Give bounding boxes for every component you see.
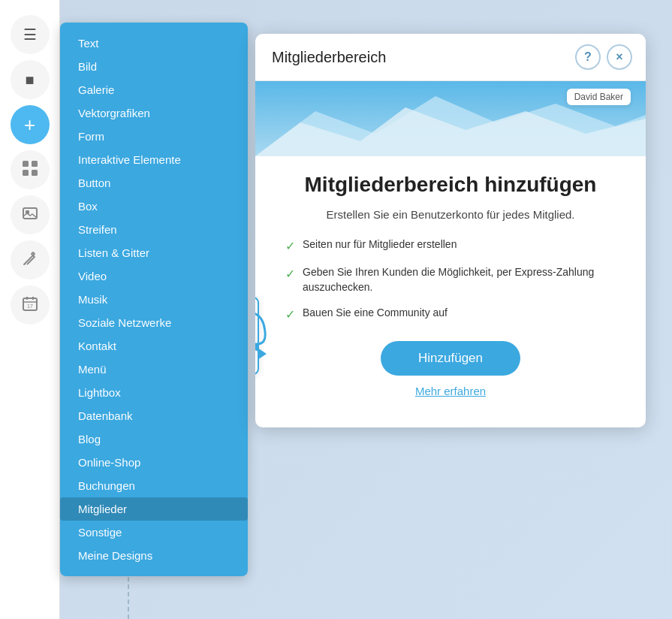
menu-item-button[interactable]: Button [60,171,248,195]
add-button[interactable]: Hinzufügen [381,341,520,376]
feature-item-1: ✓ Seiten nur für Mitglieder erstellen [285,237,616,255]
menu-item-streifen[interactable]: Streifen [60,218,248,241]
apps-icon-btn[interactable] [11,150,50,189]
menu-item-datenbank[interactable]: Datenbank [60,404,248,427]
menu-item-lightbox[interactable]: Lightbox [60,381,248,404]
menu-item-menue[interactable]: Menü [60,358,248,381]
modal-header-actions: ? × [575,44,632,70]
svg-rect-1 [32,161,38,167]
menu-item-sonstige[interactable]: Sonstige [60,521,248,544]
document-icon: ☰ [23,26,37,44]
calendar-icon-btn[interactable]: 17 [11,285,50,325]
menu-item-video[interactable]: Video [60,264,248,288]
svg-rect-0 [23,161,29,167]
svg-rect-4 [23,208,37,219]
menu-item-shop[interactable]: Online-Shop [60,451,248,474]
learn-more-button[interactable]: Mehr erfahren [415,385,486,397]
check-icon-2: ✓ [285,266,295,282]
media-icon-btn[interactable] [11,195,50,234]
feature-item-2: ✓ Geben Sie Ihren Kunden die Möglichkeit… [285,265,616,294]
modal-actions: So wird automatisch ein Mitgliederbereic… [278,341,623,397]
modal-image-user-label: David Baker [567,89,631,105]
menu-item-interaktive[interactable]: Interaktive Elemente [60,148,248,171]
menu-item-form[interactable]: Form [60,125,248,148]
modal-header: Mitgliederbereich ? × [255,34,646,81]
menu-item-blog[interactable]: Blog [60,427,248,451]
menu-item-musik[interactable]: Musik [60,288,248,311]
apps-icon [22,160,38,180]
svg-rect-2 [23,170,29,176]
mitglieder-modal: Mitgliederbereich ? × David Baker Mitgli… [255,34,646,427]
menu-item-designs[interactable]: Meine Designs [60,544,248,567]
menu-item-galerie[interactable]: Galerie [60,78,248,101]
check-icon-3: ✓ [285,306,295,323]
document-icon-btn[interactable]: ☰ [11,15,50,54]
add-element-btn[interactable]: + [11,105,50,144]
menu-item-vektorgrafiken[interactable]: Vektorgrafiken [60,101,248,125]
plus-icon: + [24,113,35,137]
layout-icon-btn[interactable]: ■ [11,60,50,99]
layout-icon: ■ [25,71,34,89]
feature-text-2: Geben Sie Ihren Kunden die Möglichkeit, … [303,265,616,294]
svg-text:17: 17 [27,303,33,309]
svg-rect-3 [32,170,38,176]
check-icon-1: ✓ [285,238,295,255]
menu-item-listen[interactable]: Listen & Gitter [60,241,248,264]
modal-subtitle: Erstellen Sie ein Benutzerkonto für jede… [278,207,623,222]
media-icon [22,205,38,225]
modal-hero-image: David Baker [255,81,646,156]
pen-icon-btn[interactable] [11,240,50,279]
modal-main-heading: Mitgliederbereich hinzufügen [278,171,623,198]
modal-title: Mitgliederbereich [272,49,386,66]
feature-item-3: ✓ Bauen Sie eine Community auf [285,306,616,323]
menu-item-text[interactable]: Text [60,32,248,55]
modal-body: Mitgliederbereich hinzufügen Erstellen S… [255,156,646,405]
menu-item-soziale[interactable]: Soziale Netzwerke [60,311,248,334]
feature-text-3: Bauen Sie eine Community auf [303,306,447,321]
menu-item-bild[interactable]: Bild [60,55,248,78]
menu-item-mitglieder[interactable]: Mitglieder [60,497,248,521]
feature-text-1: Seiten nur für Mitglieder erstellen [303,237,457,252]
feature-list: ✓ Seiten nur für Mitglieder erstellen ✓ … [278,237,623,323]
pen-icon [22,250,38,270]
sidebar-icons-panel: ☰ ■ + [0,0,60,619]
menu-item-kontakt[interactable]: Kontakt [60,334,248,358]
menu-item-buchungen[interactable]: Buchungen [60,474,248,497]
modal-help-button[interactable]: ? [575,44,601,70]
menu-item-box[interactable]: Box [60,195,248,218]
add-elements-dropdown: Text Bild Galerie Vektorgrafiken Form In… [60,23,248,576]
calendar-icon: 17 [22,295,38,316]
modal-close-button[interactable]: × [607,44,632,70]
